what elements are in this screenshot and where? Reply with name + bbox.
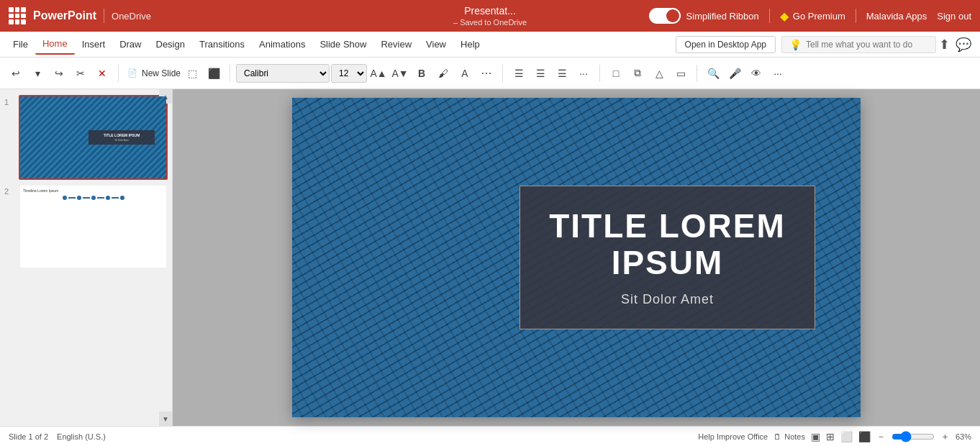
- more-paragraph-options[interactable]: ···: [573, 63, 594, 83]
- font-selector[interactable]: Calibri: [236, 64, 330, 83]
- drawing-group: □ ⧉ △ ▭: [606, 63, 691, 83]
- highlight-color-button[interactable]: 🖌: [433, 63, 453, 83]
- cut-button[interactable]: ✂: [71, 63, 91, 83]
- undo-dropdown[interactable]: ▾: [27, 63, 47, 83]
- arrange-button[interactable]: ⧉: [627, 63, 648, 83]
- accessibility-button[interactable]: 👁: [746, 63, 766, 83]
- more-font-options[interactable]: ···: [476, 63, 496, 83]
- slide-number-2: 2: [4, 187, 14, 196]
- search-input[interactable]: [806, 40, 928, 50]
- outline-button[interactable]: △: [649, 63, 669, 83]
- font-color-button[interactable]: A: [455, 63, 475, 83]
- slide-thumb-1[interactable]: TITLE LOREM IPSUM Sit Dolor Amet: [19, 95, 168, 180]
- menu-file[interactable]: File: [6, 35, 35, 54]
- go-premium-label: Go Premium: [793, 11, 845, 22]
- presentation-title[interactable]: Presentat...: [464, 5, 516, 17]
- status-right: Help Improve Office 🗒 Notes ▣ ⊞ ⬜ ⬛ － ＋ …: [698, 430, 971, 443]
- malavida-apps-link[interactable]: Malavida Apps: [866, 11, 927, 22]
- diamond-icon: ◆: [780, 9, 789, 23]
- title-bar-center: Presentat... – Saved to OneDrive: [453, 5, 527, 27]
- menu-design[interactable]: Design: [149, 35, 192, 54]
- normal-view-button[interactable]: ▣: [811, 431, 820, 442]
- help-improve[interactable]: Help Improve Office: [698, 432, 768, 441]
- search-group: 🔍 🎤 👁 ···: [703, 63, 788, 83]
- menu-transitions[interactable]: Transitions: [192, 35, 252, 54]
- more-options-button[interactable]: ···: [768, 63, 788, 83]
- menu-bar: File Home Insert Draw Design Transitions…: [0, 32, 980, 58]
- open-desktop-button[interactable]: Open in Desktop App: [676, 36, 776, 53]
- reading-view-button[interactable]: ⬜: [840, 431, 853, 442]
- waffle-menu-icon[interactable]: [9, 7, 26, 24]
- sign-out-link[interactable]: Sign out: [937, 11, 971, 22]
- zoom-slider[interactable]: [891, 431, 935, 442]
- slide-item-2[interactable]: 2 Timeline Lorem Ipsum: [4, 184, 168, 269]
- toggle-switch[interactable]: [649, 8, 681, 24]
- menu-insert[interactable]: Insert: [75, 35, 113, 54]
- search-bar[interactable]: 💡: [781, 36, 936, 53]
- sep1: [118, 65, 119, 82]
- zoom-out-button[interactable]: －: [876, 430, 886, 443]
- sep5: [697, 65, 697, 82]
- menu-slideshow[interactable]: Slide Show: [312, 35, 373, 54]
- title-bar: PowerPoint OneDrive Presentat... – Saved…: [0, 0, 980, 32]
- redo-button[interactable]: ↪: [49, 63, 69, 83]
- menu-review[interactable]: Review: [373, 35, 419, 54]
- notes-button[interactable]: 🗒 Notes: [773, 432, 805, 441]
- undo-redo-group: ↩ ▾ ↪ ✂ ✕: [6, 63, 112, 83]
- zoom-in-button[interactable]: ＋: [940, 430, 950, 443]
- title-bar-right: Simplified Ribbon ◆ Go Premium Malavida …: [534, 8, 971, 24]
- share-icon[interactable]: ⬆: [936, 34, 953, 55]
- new-slide-label[interactable]: New Slide: [142, 68, 181, 78]
- menu-animations[interactable]: Animations: [252, 35, 312, 54]
- menu-draw[interactable]: Draw: [112, 35, 148, 54]
- divider2: [769, 9, 770, 23]
- bullet-list-button[interactable]: ☰: [509, 63, 529, 83]
- shapes-button[interactable]: □: [606, 63, 626, 83]
- fill-button[interactable]: ▭: [671, 63, 691, 83]
- simplified-ribbon-toggle[interactable]: Simplified Ribbon: [649, 8, 759, 24]
- notes-icon: 🗒: [773, 432, 781, 441]
- slide-size-icon[interactable]: ⬛: [204, 63, 224, 83]
- menu-home[interactable]: Home: [35, 34, 75, 55]
- justify-button[interactable]: ☰: [552, 63, 572, 83]
- language-info: English (U.S.): [57, 432, 106, 441]
- sep3: [502, 65, 503, 82]
- increase-font-button[interactable]: A▲: [368, 63, 389, 83]
- canvas-area: TITLE LOREM IPSUM Sit Dolor Amet: [173, 89, 980, 426]
- slide-group: 📄 New Slide ⬚ ⬛: [124, 63, 224, 83]
- slide-thumb-2[interactable]: Timeline Lorem Ipsum: [19, 184, 168, 269]
- divider3: [856, 9, 856, 23]
- bold-button[interactable]: B: [412, 63, 432, 83]
- slide-item-1[interactable]: 1 TITLE LOREM IPSUM Sit Dolor Amet: [4, 95, 168, 180]
- find-button[interactable]: 🔍: [703, 63, 723, 83]
- slide2-thumb-timeline: [23, 196, 163, 200]
- menu-help[interactable]: Help: [453, 35, 487, 54]
- slide-title: TITLE LOREM IPSUM: [549, 208, 786, 281]
- slide-info: Slide 1 of 2: [9, 432, 48, 441]
- onedrive-label[interactable]: OneDrive: [112, 11, 151, 22]
- notes-label: Notes: [784, 432, 805, 441]
- presenter-view-button[interactable]: ⬛: [858, 431, 871, 442]
- numbered-list-button[interactable]: ☰: [530, 63, 550, 83]
- undo-button[interactable]: ↩: [6, 63, 26, 83]
- slide-thumb-inner-1: TITLE LOREM IPSUM Sit Dolor Amet: [20, 96, 166, 178]
- scroll-down-button[interactable]: ▼: [159, 411, 172, 426]
- slide-content-box[interactable]: TITLE LOREM IPSUM Sit Dolor Amet: [520, 186, 815, 329]
- comment-icon[interactable]: 💬: [953, 34, 974, 55]
- sep2: [230, 65, 230, 82]
- slide-sorter-button[interactable]: ⊞: [826, 431, 835, 442]
- dictate-button[interactable]: 🎤: [725, 63, 745, 83]
- slide-panel: ▲ 1 TITLE LOREM IPSUM Sit Dolor Amet 2: [0, 89, 173, 426]
- close-button[interactable]: ✕: [92, 63, 112, 83]
- slide-canvas[interactable]: TITLE LOREM IPSUM Sit Dolor Amet: [292, 98, 861, 417]
- decrease-font-button[interactable]: A▼: [390, 63, 410, 83]
- slide1-thumb-title: TITLE LOREM IPSUM: [93, 133, 150, 137]
- font-size-selector[interactable]: 12: [331, 64, 367, 83]
- slide1-thumb-sub: Sit Dolor Amet: [93, 139, 150, 142]
- slide-layout-icon[interactable]: ⬚: [182, 63, 202, 83]
- toolbar: ↩ ▾ ↪ ✂ ✕ 📄 New Slide ⬚ ⬛ Calibri 12 A▲ …: [0, 58, 980, 89]
- app-name: PowerPoint: [33, 9, 96, 22]
- go-premium-button[interactable]: ◆ Go Premium: [780, 9, 845, 23]
- slide-number-1: 1: [4, 98, 14, 106]
- menu-view[interactable]: View: [419, 35, 453, 54]
